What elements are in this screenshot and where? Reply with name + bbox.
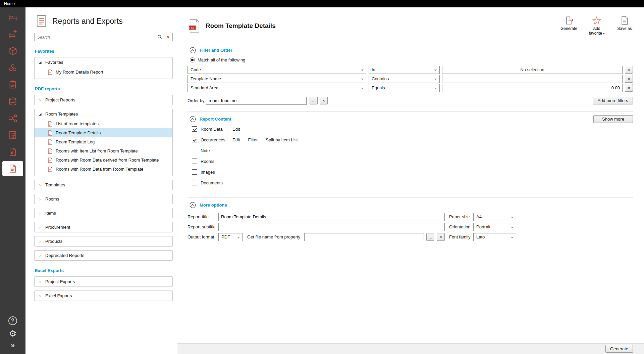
group-header-products[interactable]: ▷ Products (35, 236, 172, 246)
rail-item-buildings[interactable] (2, 128, 23, 142)
settings-icon[interactable]: ⚙ (9, 329, 16, 338)
file-name-browse-button[interactable]: … (426, 233, 434, 241)
rail-item-processes[interactable] (2, 111, 23, 126)
remove-filter-button[interactable]: × (625, 75, 633, 83)
clipboard-icon (8, 80, 17, 89)
group-header-project-exports[interactable]: ▷ Project Exports (35, 277, 172, 286)
bed-arrow-icon (8, 30, 17, 39)
pdf-report-icon (47, 70, 53, 75)
rail-item-room-moves[interactable] (2, 27, 23, 42)
pdf-reports-section-label: PDF reports (35, 86, 173, 91)
filter-link[interactable]: Filter (248, 137, 258, 142)
group-header-excel-exports[interactable]: ▷ Excel Exports (35, 291, 172, 301)
report-item-rooms-with-item-list[interactable]: Rooms with Item List from Room Template (35, 146, 172, 156)
excel-exports-section-label: Excel Exports (35, 268, 173, 273)
file-name-property-label: Get file name from property (247, 234, 300, 239)
report-item-room-template-log[interactable]: Room Template Log (35, 137, 172, 146)
order-by-clear-button[interactable]: × (320, 97, 328, 104)
match-all-radio[interactable] (190, 57, 195, 62)
order-by-input[interactable] (206, 97, 307, 105)
collapse-options-section-button[interactable] (190, 202, 196, 208)
note-checkbox[interactable] (192, 148, 197, 153)
order-by-browse-button[interactable]: … (310, 97, 318, 104)
room-data-checkbox[interactable] (192, 126, 197, 132)
group-header-templates[interactable]: ▷ Templates (35, 180, 172, 190)
search-icon[interactable] (157, 35, 162, 40)
group-header-project-reports[interactable]: ▷ Project Reports (35, 95, 172, 105)
report-list-icon (47, 121, 53, 127)
report-title-label: Report title (187, 214, 218, 219)
content-option-images: Images (192, 169, 633, 175)
collapse-filter-section-button[interactable] (190, 47, 196, 53)
section-title: Filter and Order (200, 48, 232, 53)
search-input[interactable] (35, 33, 172, 41)
combo-value: Code (191, 67, 201, 72)
rail-item-items[interactable] (2, 44, 23, 58)
filter-field-select[interactable]: Standard Area (187, 84, 366, 92)
home-menu[interactable]: Home (4, 1, 15, 6)
rail-item-documents[interactable] (2, 77, 23, 92)
generate-button[interactable]: Generate (605, 345, 633, 353)
rail-item-rooms[interactable] (2, 10, 23, 25)
filter-field-select[interactable]: Template Name (187, 75, 366, 83)
reports-sidebar: Reports and Exports × Favorites ◢ Favori… (25, 7, 177, 354)
rail-item-products[interactable] (2, 60, 23, 75)
filter-field-select[interactable]: Code (187, 66, 366, 74)
paper-size-select[interactable]: A4 (473, 213, 516, 221)
report-item-room-template-details[interactable]: Room Template Details (35, 128, 172, 137)
file-name-property-input[interactable] (304, 233, 424, 241)
database-icon (8, 97, 17, 106)
filter-value-input[interactable] (442, 84, 623, 92)
generate-tool-button[interactable]: Generate (559, 15, 578, 31)
expand-arrow-icon: ▷ (38, 197, 42, 201)
filter-row: Template Name Contains × (187, 75, 633, 83)
help-icon[interactable]: ? (8, 316, 17, 325)
sidebar-header: Reports and Exports (34, 15, 173, 28)
orientation-select[interactable]: Portrait (473, 223, 516, 231)
report-item-my-room-details[interactable]: My Room Details Report (35, 68, 172, 77)
save-as-button[interactable]: Save as (615, 15, 634, 31)
group-header-favorites[interactable]: ◢ Favorites (35, 57, 172, 67)
images-checkbox[interactable] (192, 169, 197, 175)
panel-title: Reports and Exports (52, 17, 123, 26)
edit-link[interactable]: Edit (232, 137, 240, 142)
rooms-checkbox[interactable] (192, 159, 197, 164)
report-item-list-of-room-templates[interactable]: List of room templates (35, 119, 172, 128)
show-more-button[interactable]: Show more (593, 115, 633, 123)
collapse-content-section-button[interactable] (190, 116, 196, 122)
report-item-rooms-with-room-data[interactable]: Rooms with Room Data from Room Template (35, 165, 172, 174)
group-header-procurement[interactable]: ▷ Procurement (35, 222, 172, 232)
output-format-select[interactable]: PDF (218, 233, 243, 241)
filter-operator-select[interactable]: Contains (369, 75, 440, 83)
file-name-clear-button[interactable]: × (437, 233, 445, 241)
report-item-rooms-with-room-data-derived[interactable]: Rooms with Room Data derived from Room T… (35, 156, 172, 165)
add-more-filters-button[interactable]: Add more filters (593, 97, 633, 104)
filter-operator-select[interactable]: In (369, 66, 440, 74)
add-favorite-button[interactable]: ☆ Add favorite▾ (587, 15, 606, 36)
filter-value-input[interactable] (442, 66, 623, 74)
rail-item-reports[interactable] (2, 161, 23, 176)
more-options-section: More options Report title Report subtitl… (187, 197, 633, 248)
clear-search-icon[interactable]: × (167, 34, 170, 41)
search-box: × (34, 33, 173, 41)
report-subtitle-input[interactable] (218, 223, 445, 231)
remove-filter-button[interactable]: × (625, 66, 633, 74)
report-title-input[interactable] (218, 213, 445, 221)
remove-filter-button[interactable]: × (625, 84, 633, 92)
expand-rail-icon[interactable]: » (11, 342, 15, 349)
filter-operator-select[interactable]: Equals (369, 84, 440, 92)
font-family-select[interactable]: Lato (473, 233, 516, 241)
group-header-items[interactable]: ▷ Items (35, 208, 172, 218)
group-header-room-templates[interactable]: ◢ Room Templates (35, 109, 172, 119)
rail-item-analytics[interactable] (2, 144, 23, 159)
split-by-item-list-link[interactable]: Split by Item List (266, 137, 298, 142)
occurrences-checkbox[interactable] (192, 137, 197, 142)
report-subtitle-row: Report subtitle (187, 223, 445, 231)
documents-checkbox[interactable] (192, 180, 197, 185)
edit-link[interactable]: Edit (232, 127, 240, 132)
group-header-deprecated-reports[interactable]: ▷ Deprecated Reports (35, 251, 172, 260)
filter-value-input[interactable] (442, 75, 623, 83)
group-header-rooms[interactable]: ▷ Rooms (35, 194, 172, 204)
chevron-up-circle-icon (190, 116, 196, 122)
rail-item-data[interactable] (2, 94, 23, 109)
